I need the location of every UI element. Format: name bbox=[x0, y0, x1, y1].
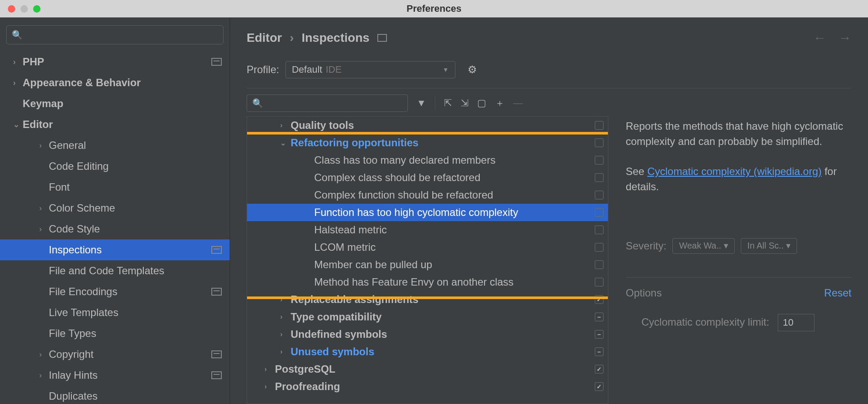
sidebar-item-label: File and Code Templates bbox=[49, 265, 230, 277]
sidebar-item-appearance-behavior[interactable]: ›Appearance & Behavior bbox=[0, 72, 230, 93]
inspection-checkbox[interactable] bbox=[595, 226, 604, 234]
severity-label: Severity: bbox=[626, 239, 666, 254]
columns: ›Quality tools⌄Refactoring opportunities… bbox=[247, 116, 851, 404]
inspection-item[interactable]: ›Proofreading bbox=[247, 378, 608, 395]
chevron-icon: › bbox=[264, 383, 275, 391]
profile-select[interactable]: Default IDE ▼ bbox=[285, 61, 455, 78]
inspection-checkbox[interactable] bbox=[595, 208, 604, 217]
breadcrumb-inspections: Inspections bbox=[302, 31, 370, 45]
inspection-item[interactable]: Halstead metric bbox=[247, 221, 608, 239]
sidebar-item-color-scheme[interactable]: ›Color Scheme bbox=[0, 198, 230, 219]
sidebar-search[interactable]: 🔍 bbox=[6, 25, 224, 44]
sidebar-item-file-types[interactable]: File Types bbox=[0, 323, 230, 344]
inspection-item[interactable]: ›Unused symbols bbox=[247, 343, 608, 360]
sidebar-item-label: Inspections bbox=[49, 244, 211, 256]
inspection-checkbox[interactable] bbox=[595, 347, 604, 356]
inspection-label: Member can be pulled up bbox=[314, 259, 595, 271]
separator bbox=[435, 97, 435, 109]
inspection-item[interactable]: Complex function should be refactored bbox=[247, 186, 608, 204]
expand-all-icon[interactable]: ⇱ bbox=[444, 98, 452, 109]
inspection-checkbox[interactable] bbox=[595, 278, 604, 286]
inspection-checkbox[interactable] bbox=[595, 138, 604, 147]
sidebar-item-file-and-code-templates[interactable]: File and Code Templates bbox=[0, 260, 230, 281]
inspection-item[interactable]: Class has too many declared members bbox=[247, 152, 608, 169]
inspection-tree[interactable]: ›Quality tools⌄Refactoring opportunities… bbox=[247, 116, 608, 404]
chevron-icon: › bbox=[264, 365, 275, 373]
sidebar-item-label: Color Scheme bbox=[49, 202, 230, 214]
reset-icon[interactable]: ▢ bbox=[477, 98, 486, 109]
sidebar-item-font[interactable]: Font bbox=[0, 177, 230, 198]
inspection-item[interactable]: Member can be pulled up bbox=[247, 256, 608, 273]
cyclomatic-limit-field: Cyclomatic complexity limit: bbox=[626, 314, 851, 331]
breadcrumb: Editor › Inspections ← → bbox=[247, 30, 851, 45]
inspection-search[interactable]: 🔍 bbox=[247, 94, 408, 112]
nav-forward-icon[interactable]: → bbox=[838, 30, 851, 45]
sidebar-item-label: Inlay Hints bbox=[49, 369, 211, 381]
inspection-checkbox[interactable] bbox=[595, 313, 604, 321]
sidebar-item-label: Editor bbox=[23, 118, 230, 131]
scope-select[interactable]: In All Sc..▾ bbox=[741, 238, 797, 254]
inspection-item[interactable]: ›Undefined symbols bbox=[247, 326, 608, 343]
sidebar: 🔍 ›PHP›Appearance & BehaviorKeymap⌄Edito… bbox=[0, 17, 230, 404]
sidebar-item-php[interactable]: ›PHP bbox=[0, 51, 230, 72]
inspection-checkbox[interactable] bbox=[595, 156, 604, 165]
see-also: See Cyclomatic complexity (wikipedia.org… bbox=[626, 164, 851, 195]
chevron-icon: › bbox=[39, 141, 49, 150]
inspection-item[interactable]: ⌄Refactoring opportunities bbox=[247, 134, 608, 152]
chevron-icon: › bbox=[39, 350, 49, 359]
inspection-item[interactable]: Function has too high cyclomatic complex… bbox=[247, 204, 608, 221]
nav-arrows: ← → bbox=[813, 30, 851, 45]
inspection-item[interactable]: LCOM metric bbox=[247, 239, 608, 256]
sidebar-item-duplicates[interactable]: Duplicates bbox=[0, 386, 230, 404]
reset-link[interactable]: Reset bbox=[824, 286, 851, 301]
sidebar-item-inspections[interactable]: Inspections bbox=[0, 239, 230, 260]
sidebar-item-label: Appearance & Behavior bbox=[23, 77, 230, 89]
severity-select[interactable]: Weak Wa..▾ bbox=[672, 238, 735, 254]
project-scope-icon bbox=[211, 350, 222, 358]
inspection-item[interactable]: Method has Feature Envy on another class bbox=[247, 273, 608, 291]
sidebar-item-label: File Encodings bbox=[49, 286, 211, 298]
gear-icon[interactable]: ⚙ bbox=[468, 64, 477, 76]
inspection-checkbox[interactable] bbox=[595, 173, 604, 182]
sidebar-item-live-templates[interactable]: Live Templates bbox=[0, 302, 230, 323]
inspection-checkbox[interactable] bbox=[595, 382, 604, 391]
inspection-checkbox[interactable] bbox=[595, 191, 604, 199]
search-icon: 🔍 bbox=[12, 30, 23, 40]
collapse-all-icon[interactable]: ⇲ bbox=[461, 98, 468, 109]
inspection-item[interactable]: ›Type compatibility bbox=[247, 308, 608, 326]
chevron-down-icon: ▾ bbox=[724, 239, 728, 252]
filter-icon[interactable]: ▼ bbox=[417, 98, 426, 109]
inspection-label: Halstead metric bbox=[314, 224, 595, 236]
inspection-item[interactable]: ›Quality tools bbox=[247, 117, 608, 134]
inspection-label: Undefined symbols bbox=[291, 328, 595, 340]
inspection-item[interactable]: ›PostgreSQL bbox=[247, 360, 608, 378]
cyclomatic-link[interactable]: Cyclomatic complexity (wikipedia.org) bbox=[647, 165, 821, 177]
inspection-item[interactable]: ›Replaceable assignments bbox=[247, 291, 608, 308]
inspection-item[interactable]: Complex class should be refactored bbox=[247, 169, 608, 186]
remove-icon[interactable]: — bbox=[513, 98, 523, 109]
inspection-checkbox[interactable] bbox=[595, 295, 604, 304]
sidebar-item-copyright[interactable]: ›Copyright bbox=[0, 344, 230, 365]
inspection-checkbox[interactable] bbox=[595, 365, 604, 374]
chevron-icon: › bbox=[13, 57, 23, 67]
add-icon[interactable]: ＋ bbox=[495, 97, 505, 110]
breadcrumb-editor[interactable]: Editor bbox=[247, 31, 282, 45]
sidebar-item-inlay-hints[interactable]: ›Inlay Hints bbox=[0, 365, 230, 386]
sidebar-item-code-editing[interactable]: Code Editing bbox=[0, 156, 230, 177]
chevron-icon: › bbox=[280, 313, 291, 321]
sidebar-item-label: Font bbox=[49, 181, 230, 193]
sidebar-item-file-encodings[interactable]: File Encodings bbox=[0, 281, 230, 302]
inspection-checkbox[interactable] bbox=[595, 330, 604, 339]
nav-back-icon[interactable]: ← bbox=[813, 30, 826, 45]
inspection-checkbox[interactable] bbox=[595, 243, 604, 252]
sidebar-item-keymap[interactable]: Keymap bbox=[0, 93, 230, 114]
sidebar-item-editor[interactable]: ⌄Editor bbox=[0, 114, 230, 135]
sidebar-item-code-style[interactable]: ›Code Style bbox=[0, 219, 230, 239]
profile-label: Profile: bbox=[247, 64, 279, 76]
sidebar-item-general[interactable]: ›General bbox=[0, 135, 230, 156]
cyclomatic-limit-input[interactable] bbox=[778, 314, 814, 331]
inspection-checkbox[interactable] bbox=[595, 260, 604, 269]
chevron-down-icon: ▾ bbox=[786, 239, 790, 252]
sidebar-item-label: Live Templates bbox=[49, 306, 230, 319]
inspection-checkbox[interactable] bbox=[595, 121, 604, 130]
